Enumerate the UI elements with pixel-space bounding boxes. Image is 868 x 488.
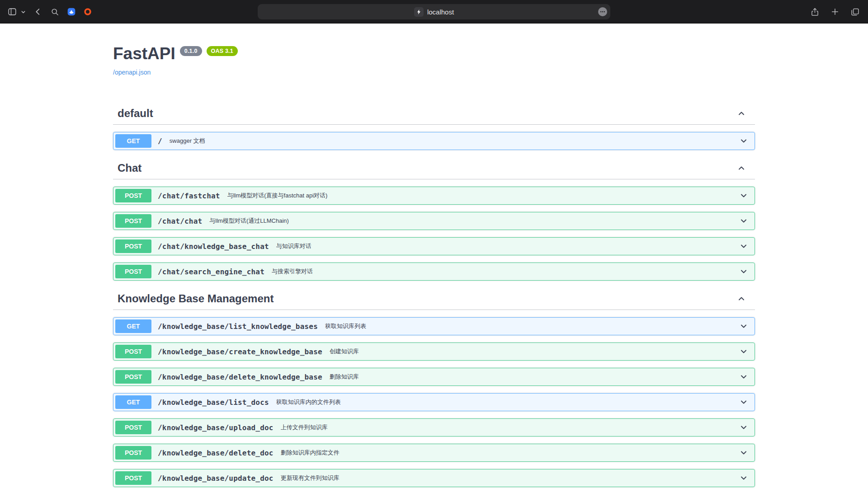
operation-summary: 与llm模型对话(直接与fastchat api对话) [227, 192, 328, 200]
operation-path: /knowledge_base/list_knowledge_bases [158, 322, 318, 331]
new-tab-icon[interactable] [830, 7, 840, 16]
chevron-down-icon [739, 322, 748, 331]
operation-row[interactable]: GET/swagger 文档 [113, 132, 755, 150]
oas-badge: OAS 3.1 [207, 46, 238, 56]
chevron-down-icon [739, 267, 748, 276]
page-menu-ellipsis-icon[interactable] [598, 7, 607, 16]
operation-row[interactable]: GET/knowledge_base/list_knowledge_bases获… [113, 317, 755, 335]
sidebar-icon[interactable] [7, 7, 17, 17]
method-badge: POST [115, 239, 151, 253]
expand-operation-button[interactable] [735, 267, 753, 276]
operation-path: /knowledge_base/update_doc [158, 474, 274, 483]
operation-row[interactable]: POST/knowledge_base/update_doc更新现有文件到知识库 [113, 469, 755, 487]
operation-summary: 与llm模型对话(通过LLMChain) [209, 217, 289, 225]
operation-row[interactable]: POST/knowledge_base/create_knowledge_bas… [113, 343, 755, 361]
method-badge: GET [115, 319, 151, 333]
method-badge: GET [115, 395, 151, 409]
operation-path: / [158, 137, 162, 145]
back-icon[interactable] [33, 7, 43, 17]
api-title-text: FastAPI [113, 44, 175, 63]
api-section: ChatPOST/chat/fastchat与llm模型对话(直接与fastch… [113, 157, 755, 281]
operation-row[interactable]: POST/chat/fastchat与llm模型对话(直接与fastchat a… [113, 187, 755, 205]
operation-path: /chat/knowledge_base_chat [158, 242, 269, 251]
section-header[interactable]: Knowledge Base Management [113, 288, 755, 310]
method-badge: POST [115, 446, 151, 460]
expand-operation-button[interactable] [735, 191, 753, 200]
expand-operation-button[interactable] [735, 347, 753, 356]
collapse-section-button[interactable] [737, 109, 746, 118]
api-section: Knowledge Base ManagementGET/knowledge_b… [113, 288, 755, 488]
method-badge: POST [115, 471, 151, 485]
toolbar-right-group [810, 0, 860, 23]
operation-row[interactable]: POST/knowledge_base/upload_doc上传文件到知识库 [113, 418, 755, 436]
url-center: localhost [414, 7, 454, 17]
operation-row[interactable]: POST/knowledge_base/delete_knowledge_bas… [113, 368, 755, 386]
operation-path: /knowledge_base/create_knowledge_base [158, 347, 322, 356]
method-badge: POST [115, 421, 151, 434]
section-header[interactable]: Chat [113, 157, 755, 179]
expand-operation-button[interactable] [735, 242, 753, 251]
chevron-up-icon [737, 164, 746, 173]
operation-row[interactable]: POST/chat/search_engine_chat与搜索引擎对话 [113, 263, 755, 281]
operation-summary: 创建知识库 [330, 347, 359, 356]
operation-summary: 上传文件到知识库 [281, 423, 328, 432]
expand-operation-button[interactable] [735, 448, 753, 457]
operation-row[interactable]: POST/chat/knowledge_base_chat与知识库对话 [113, 237, 755, 255]
api-sections: defaultGET/swagger 文档ChatPOST/chat/fastc… [113, 103, 755, 488]
openapi-spec-link[interactable]: /openapi.json [113, 69, 151, 76]
expand-operation-button[interactable] [735, 372, 753, 381]
chevron-down-icon [739, 398, 748, 407]
chevron-down-icon [739, 372, 748, 381]
expand-operation-button[interactable] [735, 136, 753, 145]
chevron-down-icon [739, 191, 748, 200]
url-text: localhost [427, 8, 454, 16]
expand-operation-button[interactable] [735, 216, 753, 225]
section-header[interactable]: default [113, 103, 755, 125]
chevron-down-icon [739, 136, 748, 145]
site-favicon [414, 7, 424, 17]
operation-summary: 与知识库对话 [276, 242, 311, 250]
chevron-down-icon [739, 242, 748, 251]
expand-operation-button[interactable] [735, 423, 753, 432]
operation-path: /chat/search_engine_chat [158, 267, 264, 276]
chevron-up-icon [737, 109, 746, 118]
expand-operation-button[interactable] [735, 398, 753, 407]
chevron-down-icon [739, 448, 748, 457]
expand-operation-button[interactable] [735, 474, 753, 483]
operation-row[interactable]: POST/chat/chat与llm模型对话(通过LLMChain) [113, 212, 755, 230]
method-badge: POST [115, 370, 151, 384]
expand-operation-button[interactable] [735, 322, 753, 331]
tab-overview-icon[interactable] [850, 7, 860, 17]
method-badge: GET [115, 134, 151, 148]
operation-path: /chat/fastchat [158, 192, 220, 200]
page-title: FastAPI 0.1.0 OAS 3.1 [113, 44, 755, 63]
operation-summary: 获取知识库内的文件列表 [276, 398, 341, 406]
operation-path: /knowledge_base/upload_doc [158, 423, 274, 432]
operation-row[interactable]: GET/knowledge_base/list_docs获取知识库内的文件列表 [113, 393, 755, 411]
method-badge: POST [115, 265, 151, 278]
operation-path: /knowledge_base/delete_knowledge_base [158, 373, 322, 381]
operation-summary: 删除知识库内指定文件 [281, 449, 340, 457]
collapse-section-button[interactable] [737, 164, 746, 173]
chevron-down-icon [739, 216, 748, 225]
operation-summary: 获取知识库列表 [325, 322, 366, 330]
method-badge: POST [115, 345, 151, 358]
method-badge: POST [115, 189, 151, 202]
url-bar[interactable]: localhost [258, 4, 610, 19]
chevron-up-icon [737, 294, 746, 303]
operation-path: /knowledge_base/delete_doc [158, 449, 274, 457]
api-info: FastAPI 0.1.0 OAS 3.1 /openapi.json [113, 44, 755, 76]
operation-row[interactable]: POST/knowledge_base/delete_doc删除知识库内指定文件 [113, 444, 755, 462]
share-icon[interactable] [810, 7, 820, 17]
page-content: FastAPI 0.1.0 OAS 3.1 /openapi.json defa… [0, 23, 868, 488]
toolbar-left-group [7, 0, 92, 23]
section-title: Chat [118, 162, 142, 174]
extension-orange-icon[interactable] [83, 7, 92, 16]
chevron-down-icon[interactable] [21, 9, 26, 14]
operation-path: /knowledge_base/list_docs [158, 398, 269, 407]
method-badge: POST [115, 214, 151, 228]
search-icon[interactable] [50, 7, 60, 17]
collapse-section-button[interactable] [737, 294, 746, 303]
extension-blue-icon[interactable] [67, 7, 76, 16]
version-badge: 0.1.0 [180, 46, 202, 56]
